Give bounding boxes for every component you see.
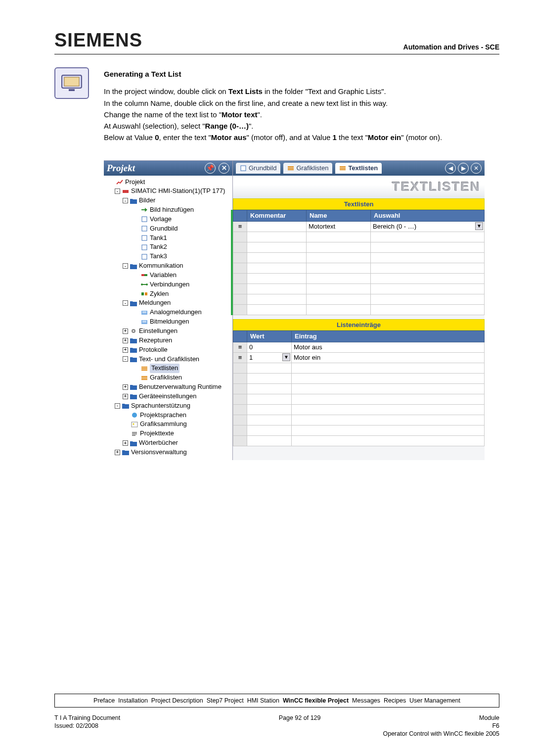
dropdown-icon[interactable]: ▼ <box>475 222 483 230</box>
tree-twisty-icon[interactable]: + <box>123 394 128 399</box>
tree-item[interactable]: +Protokolle <box>107 345 231 355</box>
tree-label: Meldungen <box>139 298 171 308</box>
table-row[interactable] <box>233 252 485 263</box>
table-row[interactable]: ≡1▼Motor ein <box>233 352 485 363</box>
tree-item[interactable]: Grafiklisten <box>107 373 231 382</box>
tree-item[interactable]: +Einstellungen <box>107 327 231 336</box>
tree-item[interactable]: Projektsprachen <box>107 411 231 420</box>
close-icon[interactable]: ✕ <box>219 163 229 174</box>
tree-item[interactable]: Vorlage <box>107 215 231 224</box>
cell-name[interactable]: Motortext <box>307 221 371 232</box>
table-row[interactable] <box>233 404 485 415</box>
col-wert[interactable]: Wert <box>247 331 292 342</box>
svg-point-25 <box>132 413 137 418</box>
pin-icon[interactable]: 📌 <box>205 163 216 174</box>
tree-twisty-icon[interactable]: + <box>123 384 128 390</box>
tree-twisty-icon[interactable]: - <box>123 263 128 269</box>
tree-twisty-icon[interactable]: + <box>123 338 128 343</box>
tree-item[interactable]: Tank2 <box>107 242 231 252</box>
tree-item[interactable]: -Bilder <box>107 196 231 205</box>
cell-auswahl[interactable]: Bereich (0 - …)▼ <box>371 221 485 232</box>
instruction-line: Below at Value 0, enter the text "Motor … <box>104 132 499 143</box>
tree-twisty-icon[interactable]: + <box>123 347 128 353</box>
dropdown-icon[interactable]: ▼ <box>282 353 290 361</box>
tree-twisty-icon[interactable]: - <box>115 403 120 409</box>
tree-twisty-icon[interactable]: + <box>115 450 120 455</box>
row-marker-icon: ≡ <box>233 221 247 232</box>
svg-rect-34 <box>340 169 346 170</box>
table-row[interactable] <box>233 242 485 252</box>
textlisten-table[interactable]: Kommentar Name Auswahl ≡MotortextBereich… <box>233 210 485 315</box>
tab-grafiklisten[interactable]: Grafiklisten <box>283 163 332 174</box>
tree-twisty-icon[interactable]: - <box>123 300 128 306</box>
tree-item[interactable]: -Meldungen <box>107 298 231 308</box>
work-panel: GrundbildGrafiklistenTextlisten ◀ ▶ ✕ TE… <box>233 161 485 460</box>
col-kommentar[interactable]: Kommentar <box>247 210 307 221</box>
cell-wert[interactable]: 1▼ <box>247 352 292 363</box>
tree-label: Verbindungen <box>150 280 189 289</box>
tree-twisty-icon[interactable]: - <box>115 189 120 194</box>
tree-item[interactable]: Verbindungen <box>107 280 231 289</box>
table-row[interactable] <box>233 415 485 425</box>
table-row[interactable] <box>233 263 485 273</box>
table-row[interactable] <box>233 383 485 394</box>
svg-point-11 <box>141 284 143 285</box>
table-row[interactable]: ≡0Motor aus <box>233 342 485 352</box>
table-row[interactable] <box>233 304 485 315</box>
table-row[interactable] <box>233 232 485 242</box>
tree-item[interactable]: Analogmeldungen <box>107 308 231 317</box>
table-row[interactable] <box>233 273 485 284</box>
svg-point-12 <box>146 284 148 285</box>
tree-item[interactable]: Bild hinzufügen <box>107 205 231 215</box>
tree-item[interactable]: Projekt <box>107 178 231 187</box>
tab-next-icon[interactable]: ▶ <box>458 163 469 174</box>
tree-item[interactable]: -Sprachunterstützung <box>107 401 231 411</box>
tree-item[interactable]: Tank3 <box>107 252 231 261</box>
cell-eintrag[interactable]: Motor aus <box>292 342 485 352</box>
tree-item[interactable]: Tank1 <box>107 234 231 243</box>
tree-item[interactable]: -SIMATIC HMI-Station(1)(TP 177) <box>107 187 231 196</box>
table-row[interactable] <box>233 363 485 373</box>
tab-close-icon[interactable]: ✕ <box>471 163 482 174</box>
tree-item[interactable]: -Kommunikation <box>107 261 231 271</box>
table-row[interactable]: ≡MotortextBereich (0 - …)▼ <box>233 221 485 232</box>
col-auswahl[interactable]: Auswahl <box>371 210 485 221</box>
tree-item[interactable]: +Benutzerverwaltung Runtime <box>107 382 231 392</box>
tree-item[interactable]: +Versionsverwaltung <box>107 448 231 457</box>
tree-label: Rezepturen <box>139 336 172 345</box>
tree-item[interactable]: Grafiksammlung <box>107 420 231 429</box>
tree-item[interactable]: Variablen <box>107 271 231 280</box>
tree-item[interactable]: Grundbild <box>107 224 231 234</box>
tree-item[interactable]: Zyklen <box>107 289 231 299</box>
tree-item[interactable]: +Geräteeinstellungen <box>107 392 231 401</box>
tree-twisty-icon[interactable]: - <box>123 198 128 203</box>
tree-item[interactable]: +Wörterbücher <box>107 438 231 448</box>
table-row[interactable] <box>233 394 485 404</box>
tree-twisty-icon[interactable]: - <box>123 356 128 362</box>
tree-item[interactable]: Bitmeldungen <box>107 317 231 327</box>
tab-prev-icon[interactable]: ◀ <box>445 163 456 174</box>
tab-textlisten[interactable]: Textlisten <box>335 163 382 174</box>
textlisten-head: Textlisten <box>233 198 485 210</box>
tree-label: Tank2 <box>150 242 167 252</box>
table-row[interactable] <box>233 435 485 446</box>
table-row[interactable] <box>233 373 485 383</box>
col-name[interactable]: Name <box>307 210 371 221</box>
cell-kommentar[interactable] <box>247 221 307 232</box>
tree-item[interactable]: -Text- und Grafiklisten <box>107 355 231 364</box>
tree-item[interactable]: +Rezepturen <box>107 336 231 345</box>
table-row[interactable] <box>233 284 485 294</box>
tab-grundbild[interactable]: Grundbild <box>236 163 280 174</box>
project-tree[interactable]: Projekt-SIMATIC HMI-Station(1)(TP 177)-B… <box>104 176 232 460</box>
cell-eintrag[interactable]: Motor ein <box>292 352 485 363</box>
tree-twisty-icon[interactable]: + <box>123 329 128 334</box>
listeneintraege-table[interactable]: Wert Eintrag ≡0Motor aus≡1▼Motor ein <box>233 331 485 446</box>
tree-item[interactable]: Projekttexte <box>107 429 231 438</box>
tree-label: Bilder <box>139 196 155 205</box>
tree-twisty-icon[interactable]: + <box>123 440 128 446</box>
cell-wert[interactable]: 0 <box>247 342 292 352</box>
col-eintrag[interactable]: Eintrag <box>292 331 485 342</box>
table-row[interactable] <box>233 294 485 304</box>
tree-item[interactable]: Textlisten <box>107 364 231 373</box>
table-row[interactable] <box>233 425 485 435</box>
